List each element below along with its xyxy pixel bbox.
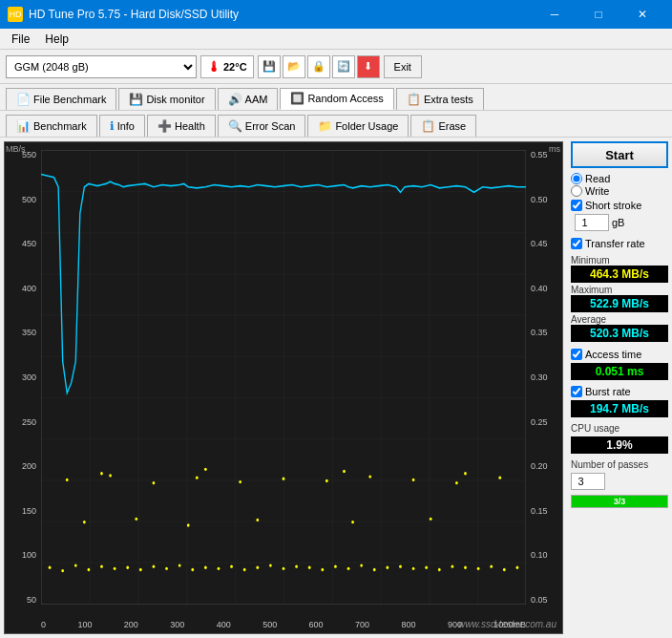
- title-controls: ─ □ ✕: [533, 0, 664, 29]
- svg-point-51: [135, 518, 137, 521]
- burst-rate-value: 194.7 MB/s: [571, 400, 668, 417]
- passes-row: [571, 473, 668, 490]
- svg-point-58: [343, 470, 346, 473]
- download-icon-button[interactable]: ⬇: [357, 55, 380, 78]
- erase-icon: 📋: [421, 119, 435, 133]
- thermometer-icon: 🌡: [207, 59, 220, 74]
- write-radio-label[interactable]: Write: [571, 185, 668, 197]
- svg-point-10: [153, 564, 156, 567]
- svg-point-44: [283, 478, 285, 480]
- tab-benchmark-label: Benchmark: [33, 120, 87, 132]
- tab-error-scan-label: Error Scan: [245, 120, 296, 132]
- passes-input[interactable]: [571, 473, 605, 490]
- info-icon: ℹ: [110, 119, 115, 133]
- svg-point-8: [126, 566, 129, 569]
- y-label-200: 200: [22, 461, 36, 471]
- y-right-015: 0.15: [531, 506, 548, 516]
- tab-erase[interactable]: 📋 Erase: [410, 115, 476, 137]
- svg-point-54: [351, 521, 354, 523]
- write-radio[interactable]: [571, 185, 582, 197]
- y-label-400: 400: [22, 284, 36, 293]
- refresh-icon-button[interactable]: 🔄: [332, 55, 355, 78]
- short-stroke-checkbox[interactable]: [571, 200, 582, 211]
- extra-tests-icon: 📋: [407, 93, 421, 106]
- save-icon-button[interactable]: 💾: [258, 55, 281, 78]
- x-label-600: 600: [309, 620, 324, 629]
- minimize-button[interactable]: ─: [533, 0, 577, 29]
- svg-point-36: [490, 564, 493, 567]
- tab-info[interactable]: ℹ Info: [99, 115, 145, 137]
- y-right-040: 0.40: [531, 284, 548, 293]
- svg-point-26: [360, 564, 363, 566]
- minimum-value: 464.3 MB/s: [571, 266, 668, 283]
- x-label-700: 700: [355, 620, 369, 629]
- tab-random-access[interactable]: 🔲 Random Access: [280, 88, 393, 110]
- y-label-450: 450: [22, 239, 36, 248]
- y-right-005: 0.05: [531, 595, 548, 605]
- tab-aam[interactable]: 🔊 AAM: [218, 88, 279, 110]
- burst-rate-checkbox[interactable]: [571, 386, 582, 397]
- x-label-100: 100: [77, 620, 92, 629]
- cpu-usage-label: CPU usage: [571, 423, 668, 434]
- close-button[interactable]: ✕: [620, 0, 664, 29]
- tab-health[interactable]: ➕ Health: [147, 115, 216, 137]
- y-label-300: 300: [22, 372, 36, 382]
- tab-erase-label: Erase: [438, 120, 466, 132]
- write-label: Write: [585, 185, 609, 197]
- tab-bar-row2: 📊 Benchmark ℹ Info ➕ Health 🔍 Error Scan…: [0, 111, 672, 138]
- x-label-800: 800: [401, 620, 415, 629]
- y-label-150: 150: [22, 506, 36, 516]
- short-stroke-input[interactable]: [575, 214, 609, 231]
- exit-button[interactable]: Exit: [384, 55, 422, 78]
- svg-point-33: [452, 564, 454, 567]
- start-button[interactable]: Start: [571, 141, 668, 168]
- svg-point-48: [455, 481, 458, 484]
- read-label: Read: [585, 173, 610, 184]
- lock-icon-button[interactable]: 🔒: [307, 55, 330, 78]
- svg-point-55: [430, 518, 432, 521]
- passes-progress-fill: 3/3: [572, 496, 667, 507]
- short-stroke-value-row: gB: [575, 214, 668, 231]
- tab-error-scan[interactable]: 🔍 Error Scan: [218, 115, 306, 137]
- passes-progress-container: 3/3: [571, 495, 668, 508]
- tab-folder-usage[interactable]: 📁 Folder Usage: [307, 115, 409, 137]
- y-right-045: 0.45: [531, 239, 548, 248]
- open-icon-button[interactable]: 📂: [283, 55, 305, 78]
- temperature-value: 22°C: [223, 61, 247, 73]
- svg-point-49: [498, 477, 501, 479]
- read-radio-label[interactable]: Read: [571, 173, 668, 184]
- svg-point-17: [243, 568, 246, 571]
- tab-disk-monitor[interactable]: 💾 Disk monitor: [118, 88, 215, 110]
- maximize-button[interactable]: □: [577, 0, 620, 29]
- x-label-1000: 1000mB: [494, 620, 526, 629]
- svg-point-24: [334, 564, 337, 567]
- disk-selector[interactable]: GGM (2048 gB): [6, 55, 197, 78]
- x-label-900: 900: [448, 620, 462, 629]
- read-radio[interactable]: [571, 173, 582, 184]
- tab-health-label: Health: [175, 120, 205, 132]
- stats-section: Minimum 464.3 MB/s Maximum 522.9 MB/s Av…: [571, 254, 668, 342]
- transfer-rate-checkbox[interactable]: [571, 238, 582, 249]
- svg-point-47: [412, 478, 415, 481]
- help-menu[interactable]: Help: [37, 31, 76, 48]
- chart-inner: [41, 150, 526, 605]
- access-time-checkbox[interactable]: [571, 349, 582, 360]
- main-content: 550 500 450 400 350 300 250 200 150 100 …: [0, 138, 672, 638]
- svg-point-40: [109, 474, 112, 477]
- tab-file-benchmark[interactable]: 📄 File Benchmark: [6, 88, 116, 110]
- tab-benchmark[interactable]: 📊 Benchmark: [6, 115, 97, 137]
- svg-point-57: [204, 468, 207, 471]
- x-label-400: 400: [217, 620, 231, 629]
- file-benchmark-icon: 📄: [16, 93, 31, 106]
- tab-info-label: Info: [117, 120, 135, 132]
- y-label-50: 50: [27, 595, 36, 605]
- y-axis-unit-right: ms: [549, 144, 560, 154]
- tab-extra-tests[interactable]: 📋 Extra tests: [396, 88, 484, 110]
- x-label-300: 300: [170, 620, 184, 629]
- chart-area: 550 500 450 400 350 300 250 200 150 100 …: [4, 141, 563, 634]
- svg-point-35: [477, 567, 480, 570]
- svg-point-38: [516, 566, 519, 569]
- file-menu[interactable]: File: [4, 31, 37, 48]
- cpu-usage-value: 1.9%: [571, 436, 668, 454]
- svg-point-50: [83, 521, 86, 523]
